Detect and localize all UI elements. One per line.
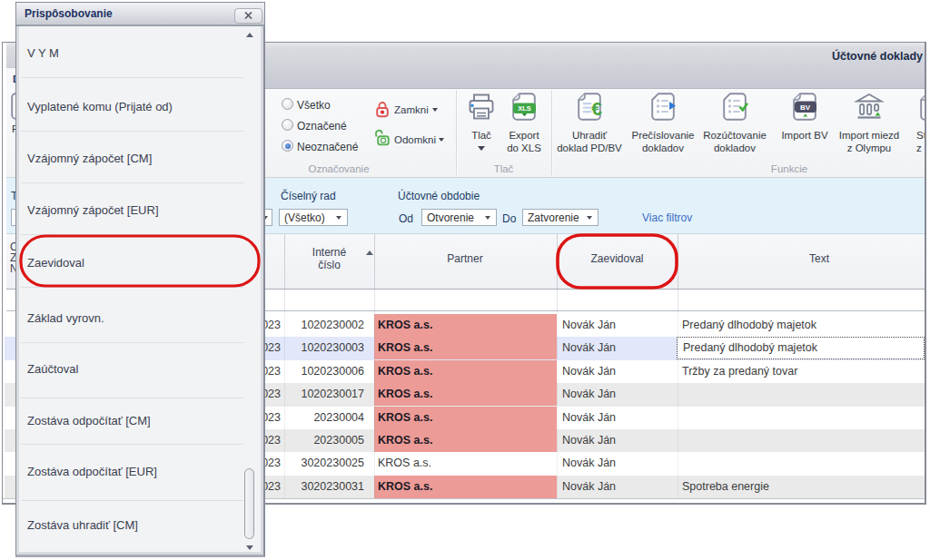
svg-text:€: € [591, 98, 602, 119]
svg-text:XLS: XLS [518, 104, 531, 113]
svg-text:BV: BV [800, 103, 811, 112]
